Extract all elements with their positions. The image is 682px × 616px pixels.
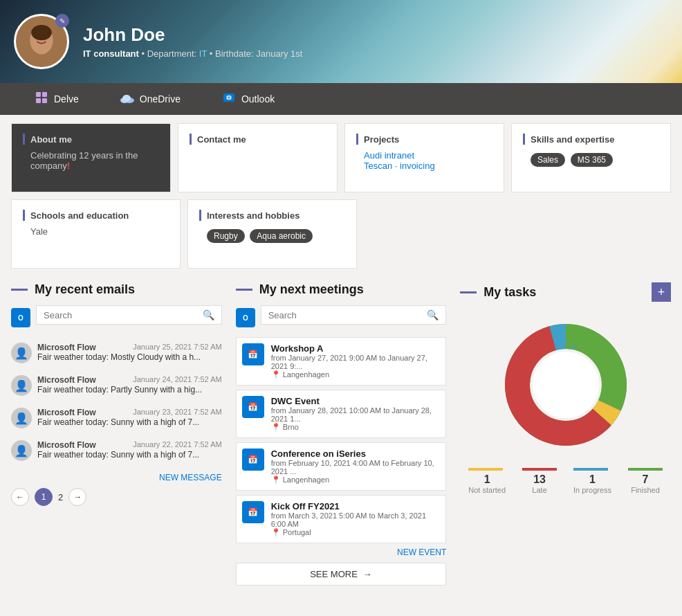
skills-card: Skills and expertise Sales MS 365 [511, 123, 671, 192]
skill-tag-2[interactable]: MS 365 [571, 153, 613, 167]
meetings-search-input[interactable] [268, 310, 422, 320]
meeting-item[interactable]: 📅 Workshop A from January 27, 2021 9:00 … [236, 337, 447, 386]
meeting-item[interactable]: 📅 Kick Off FY2021 from March 3, 2021 5:0… [236, 495, 447, 543]
nav-outlook[interactable]: O Outlook [201, 83, 295, 115]
email-item[interactable]: 👤 Microsoft Flow January 22, 2021 7:52 A… [11, 435, 222, 467]
email-item[interactable]: 👤 Microsoft Flow January 24, 2021 7:52 A… [11, 370, 222, 402]
legend-color-late [522, 468, 557, 471]
meetings-section-header: My next meetings [236, 282, 447, 297]
sections-row: My recent emails O 🔍 👤 Microsoft Flow [11, 282, 671, 586]
project-link-2[interactable]: Tescan · invoicing [364, 161, 435, 171]
project-link-1[interactable]: Audi intranet [364, 150, 414, 161]
see-more-button[interactable]: SEE MORE → [236, 563, 447, 586]
email-content: Microsoft Flow January 24, 2021 7:52 AM … [37, 375, 222, 395]
meeting-title: Workshop A [271, 343, 441, 354]
interest-tag-1[interactable]: Rugby [207, 229, 245, 243]
email-item[interactable]: 👤 Microsoft Flow January 25, 2021 7:52 A… [11, 337, 222, 370]
email-date: January 23, 2021 7:52 AM [133, 408, 221, 417]
avatar-container: ✎ [14, 14, 69, 69]
new-message-link[interactable]: NEW MESSAGE [11, 473, 222, 482]
nav-delve[interactable]: Delve [14, 83, 100, 115]
email-item[interactable]: 👤 Microsoft Flow January 23, 2021 7:52 A… [11, 402, 222, 435]
prev-page-button[interactable]: ← [11, 488, 29, 506]
email-date: January 22, 2021 7:52 AM [133, 440, 221, 450]
profile-header: ✎ John Doe IT consultant • Department: I… [0, 0, 682, 83]
meeting-item[interactable]: 📅 DWC Event from January 28, 2021 10:00 … [236, 390, 447, 438]
tasks-section: My tasks + [460, 282, 671, 586]
exclamation: ! [67, 161, 70, 171]
schools-title: Schools and education [30, 210, 129, 221]
email-avatar: 👤 [11, 440, 32, 461]
about-me-body: Celebrating 12 years in the company! [23, 150, 159, 171]
meetings-section: My next meetings O 🔍 📅 Workshop A from J… [236, 282, 447, 586]
svg-rect-8 [36, 98, 41, 103]
accent-bar [23, 210, 25, 221]
meeting-time: from January 27, 2021 9:00 AM to January… [271, 354, 441, 370]
email-search-icon: 🔍 [203, 309, 214, 320]
email-search-input[interactable] [44, 310, 197, 320]
email-sender: Microsoft Flow [37, 343, 96, 352]
email-sender: Microsoft Flow [37, 440, 96, 450]
svg-rect-9 [42, 98, 47, 103]
edit-avatar-button[interactable]: ✎ [55, 14, 69, 28]
email-content: Microsoft Flow January 23, 2021 7:52 AM … [37, 408, 222, 427]
tasks-section-title: My tasks [483, 285, 536, 300]
skill-tag-1[interactable]: Sales [531, 153, 565, 167]
legend-count-late: 13 [522, 473, 557, 486]
new-event-link[interactable]: NEW EVENT [236, 547, 447, 557]
profile-info: John Doe IT consultant • Department: IT … [83, 24, 302, 59]
email-subject: Fair weather today: Partly Sunny with a … [37, 385, 222, 395]
meeting-content: Workshop A from January 27, 2021 9:00 AM… [271, 343, 441, 379]
outlook-icon: O [222, 91, 236, 108]
info-cards-grid: About me Celebrating 12 years in the com… [11, 123, 671, 192]
contact-me-title: Contact me [197, 134, 246, 145]
meeting-calendar-icon: 📅 [242, 343, 264, 365]
svg-text:O: O [226, 94, 231, 101]
nav-onedrive-label: OneDrive [140, 93, 181, 105]
meeting-calendar-icon: 📅 [242, 501, 264, 523]
projects-card: Projects Audi intranet Tescan · invoicin… [344, 123, 504, 192]
meeting-title: DWC Event [271, 396, 441, 406]
legend-late: 13 Late [522, 468, 557, 494]
meeting-item[interactable]: 📅 Conference on iSeries from February 10… [236, 442, 447, 491]
email-avatar: 👤 [11, 408, 32, 428]
accent-line [11, 289, 28, 291]
legend-count-finished: 7 [628, 473, 663, 486]
meeting-calendar-icon: 📅 [242, 449, 264, 471]
next-page-button[interactable]: → [68, 488, 86, 506]
email-subject: Fair weather today: Mostly Cloudy with a… [37, 352, 222, 362]
email-content: Microsoft Flow January 25, 2021 7:52 AM … [37, 343, 222, 362]
meeting-title: Conference on iSeries [271, 449, 441, 459]
meeting-time: from January 28, 2021 10:00 AM to Januar… [271, 406, 441, 423]
meeting-location: 📍 Portugal [271, 528, 441, 537]
meetings-search-row: O 🔍 [236, 305, 447, 330]
meeting-location: 📍 Langenhagen [271, 370, 441, 379]
profile-name: John Doe [83, 24, 302, 46]
outlook-meetings-icon: O [236, 308, 255, 327]
email-subject: Fair weather today: Sunny with a high of… [37, 450, 222, 460]
meeting-title: Kick Off FY2021 [271, 501, 441, 511]
accent-bar [523, 134, 525, 145]
page-2-button[interactable]: 2 [58, 492, 63, 502]
task-legend: 1 Not started 13 Late 1 In progress 7 Fi… [460, 468, 671, 494]
add-task-button[interactable]: + [652, 282, 671, 302]
accent-bar [23, 134, 25, 145]
onedrive-icon [120, 92, 134, 107]
meetings-section-title: My next meetings [259, 282, 364, 297]
page-1-button[interactable]: 1 [35, 488, 53, 506]
about-me-card: About me Celebrating 12 years in the com… [11, 123, 171, 192]
birthdate-label: Birthdate: [215, 48, 256, 59]
legend-label-in-progress: In progress [573, 486, 611, 494]
interests-card: Interests and hobbies Rugby Aqua aerobic [187, 199, 357, 269]
schools-card: Schools and education Yale [11, 199, 181, 269]
legend-count-not-started: 1 [468, 473, 506, 486]
nav-onedrive[interactable]: OneDrive [100, 83, 201, 115]
legend-label-late: Late [522, 486, 557, 494]
skills-body: Sales MS 365 [523, 150, 659, 167]
nav-bar: Delve OneDrive O Outlook [0, 83, 682, 115]
info-cards-bottom: Schools and education Yale Interests and… [11, 199, 357, 269]
interest-tag-2[interactable]: Aqua aerobic [250, 229, 313, 243]
interests-title: Interests and hobbies [207, 210, 299, 221]
legend-label-finished: Finished [628, 486, 663, 494]
email-search-box: 🔍 [36, 305, 222, 325]
